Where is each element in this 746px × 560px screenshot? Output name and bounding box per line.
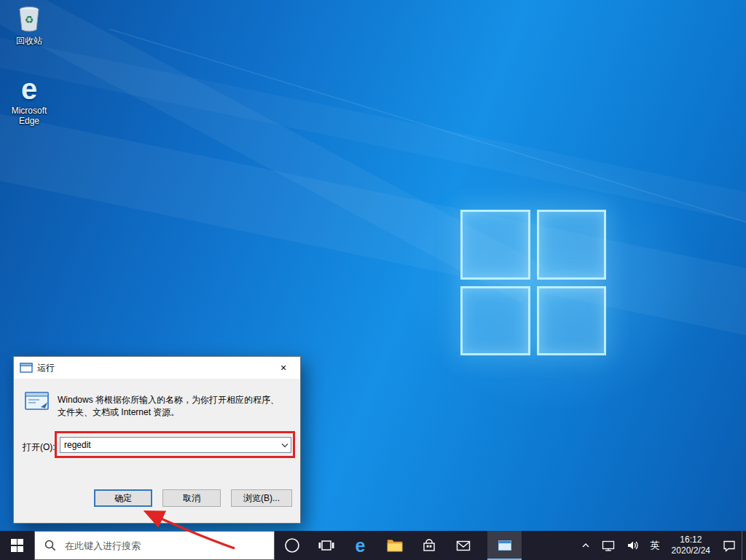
task-view-button[interactable] xyxy=(309,531,343,560)
show-desktop-button[interactable] xyxy=(742,531,746,560)
desktop-icon-label: 回收站 xyxy=(16,36,42,46)
edge-logo-icon: e xyxy=(21,74,37,103)
folder-icon xyxy=(386,537,404,554)
windows-start-icon xyxy=(11,539,24,552)
open-input[interactable] xyxy=(60,439,278,451)
action-center-button[interactable] xyxy=(717,531,742,560)
speaker-icon xyxy=(626,538,640,553)
mail-button[interactable] xyxy=(446,531,480,560)
taskbar-clock[interactable]: 16:12 2020/2/24 xyxy=(665,531,717,560)
search-input[interactable] xyxy=(63,540,248,552)
active-app-run-button[interactable] xyxy=(487,531,522,560)
cortana-icon xyxy=(283,537,301,554)
task-view-icon xyxy=(318,537,335,554)
ime-indicator[interactable]: 英 xyxy=(645,531,665,560)
mail-icon xyxy=(455,537,471,553)
description-line-2: 文件夹、文档或 Internet 资源。 xyxy=(58,406,295,419)
recycle-bin-icon: ♻ xyxy=(15,4,44,33)
windows-logo-pane xyxy=(537,286,607,356)
desktop-icon-recycle-bin[interactable]: ♻ 回收站 xyxy=(4,4,55,46)
start-button[interactable] xyxy=(0,531,34,560)
open-field-label: 打开(O): xyxy=(23,441,55,454)
close-icon[interactable]: × xyxy=(267,357,300,379)
chevron-down-icon[interactable] xyxy=(278,438,291,452)
network-status-button[interactable] xyxy=(596,531,621,560)
chevron-up-icon xyxy=(581,540,591,551)
windows-logo-pane xyxy=(537,210,607,280)
browse-button[interactable]: 浏览(B)... xyxy=(231,489,292,507)
desktop-icon-microsoft-edge[interactable]: e Microsoft Edge xyxy=(4,74,55,126)
clock-date: 2020/2/24 xyxy=(672,545,710,556)
ok-button[interactable]: 确定 xyxy=(94,489,152,507)
run-dialog-title: 运行 xyxy=(37,362,55,374)
file-explorer-button[interactable] xyxy=(377,531,412,560)
run-dialog-title-icon xyxy=(20,362,33,374)
tray-hidden-icons-button[interactable] xyxy=(576,531,596,560)
open-combobox[interactable] xyxy=(60,437,291,453)
cortana-button[interactable] xyxy=(275,531,309,560)
desktop-icon-label: Microsoft Edge xyxy=(4,106,55,126)
microsoft-store-button[interactable] xyxy=(412,531,446,560)
volume-button[interactable] xyxy=(621,531,645,560)
search-icon xyxy=(44,539,57,552)
description-line-1: Windows 将根据你所输入的名称，为你打开相应的程序、 xyxy=(58,394,295,406)
taskbar-edge-button[interactable]: e xyxy=(343,531,377,560)
window-icon xyxy=(497,537,513,553)
run-dialog: 运行 × Windows 将根据你所输入的名称，为你打开相应的程序、 文件夹、文… xyxy=(13,356,301,524)
run-dialog-description: Windows 将根据你所输入的名称，为你打开相应的程序、 文件夹、文档或 In… xyxy=(58,394,295,419)
notification-icon xyxy=(722,538,737,553)
run-program-icon xyxy=(23,390,52,414)
network-icon xyxy=(601,538,616,553)
store-icon xyxy=(421,537,437,553)
windows-logo-wallpaper xyxy=(460,210,606,355)
clock-time: 16:12 xyxy=(680,535,702,545)
run-dialog-titlebar[interactable]: 运行 × xyxy=(14,357,300,379)
svg-text:♻: ♻ xyxy=(25,14,34,25)
taskbar-search[interactable] xyxy=(34,531,275,560)
system-tray: 英 16:12 2020/2/24 xyxy=(576,531,746,560)
cancel-button[interactable]: 取消 xyxy=(162,489,221,507)
taskbar: e xyxy=(0,531,746,560)
windows-logo-pane xyxy=(460,210,530,280)
windows-logo-pane xyxy=(460,286,530,356)
edge-icon: e xyxy=(356,537,366,555)
